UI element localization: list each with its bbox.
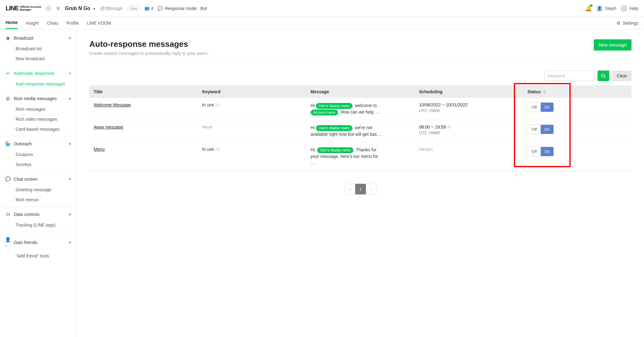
chevron-down-icon: ▼ [68,37,71,40]
nav-tab-home[interactable]: Home [6,17,18,29]
sidebar-item-surveys[interactable]: Surveys [0,159,76,169]
keyword-count: (2) [215,103,220,107]
chevron-down-icon: ▼ [68,178,71,181]
sidebar-item-rich-messages[interactable]: Rich messages [0,104,76,114]
message-title-link[interactable]: Away message [94,125,123,129]
message-preview: Hi User's display name, welcome to Accou… [311,102,382,115]
sidebar: ◉ Broadcast ▼ Broadcast list New broadca… [0,29,77,337]
repeat-icon: ⟳ [448,125,451,129]
shield-icon: ⛨ [56,6,61,11]
sidebar-group-rich-media[interactable]: ⊞ Rich media messages ▼ [0,93,76,104]
pager-prev[interactable]: ‹ [345,184,355,194]
nav-tab-profile[interactable]: Profile [66,17,79,29]
sidebar-item-rich-menus[interactable]: Rich menus [0,195,76,205]
sidebar-group-gain-friends[interactable]: 👤₊ Gain friends ▼ [0,234,76,251]
sidebar-group-broadcast[interactable]: ◉ Broadcast ▼ [0,32,76,44]
user-avatar-icon: 👤 [596,5,603,12]
main-nav: Home Insight Chats Profile LINE VOOM ⚙ S… [0,17,644,29]
sidebar-group-data-controls[interactable]: ⛁ Data controls ▼ [0,209,76,220]
sidebar-item-tracking[interactable]: Tracking (LINE tags) [0,220,76,230]
col-title[interactable]: Title [89,85,198,98]
keyword-status: In use [202,102,214,107]
friends-icon: 👥 [145,6,150,11]
chat-icon: 💬 [158,6,163,11]
search-button[interactable] [597,71,609,81]
sidebar-item-card-based-messages[interactable]: Card-based messages [0,124,76,134]
notifications-icon[interactable]: 🔔 [585,5,592,12]
col-scheduling[interactable]: Scheduling [415,85,523,98]
message-title-link[interactable]: Welcome Message [94,102,131,107]
status-toggle[interactable]: Off On [528,102,554,112]
sidebar-item-auto-response-messages[interactable]: Auto-response messages [0,79,76,89]
data-controls-icon: ⛁ [5,212,11,217]
nav-tab-insight[interactable]: Insight [26,17,39,29]
account-name-chip: Account name [311,110,338,115]
page-subtitle: Create custom messages to automatically … [89,51,209,56]
account-switcher[interactable]: Grub N Go ▼ [65,6,96,11]
sidebar-item-coupons[interactable]: Coupons [0,149,76,159]
svg-line-1 [604,77,605,78]
response-mode[interactable]: 💬 Response mode : Bot [158,6,207,11]
sidebar-group-outreach[interactable]: 🏪 Outreach ▼ [0,138,76,149]
divider [89,171,632,171]
sidebar-group-chat-screen[interactable]: 💬 Chat screen ▼ [0,173,76,185]
sidebar-group-automatic-responses[interactable]: ↩ Automatic responses ▼ [0,68,76,79]
status-toggle[interactable]: Off On [528,125,554,134]
pager-page-1[interactable]: 1 [355,184,366,194]
gain-friends-icon: 👤₊ [5,237,11,248]
account-name: Grub N Go [65,6,90,11]
col-keyword[interactable]: Keyword [198,85,306,98]
user-name-chip: User's display name [316,125,352,131]
table-row: Welcome Message In use(2) Hi User's disp… [89,98,632,120]
friends-count: 👥 4 [145,6,153,11]
nav-tab-line-voom[interactable]: LINE VOOM [87,17,111,29]
message-preview: Hi User's display name, we're not availa… [311,125,382,138]
clear-button[interactable]: Clear [612,71,632,81]
chevron-down-icon: ▼ [68,213,71,216]
status-toggle[interactable]: Off On [528,147,554,156]
user-name-chip: User's display name [317,147,354,153]
keyword-input[interactable] [544,71,594,81]
plan-badge: Free [127,6,140,11]
sidebar-item-broadcast-list[interactable]: Broadcast list [0,44,76,54]
new-message-button[interactable]: New message [594,39,632,51]
chevron-down-icon: ▼ [68,72,71,75]
top-bar: LINE Official AccountManager ⛨ Grub N Go… [0,0,644,17]
nav-tab-chats[interactable]: Chats [47,17,58,29]
chevron-down-icon: ▼ [93,7,96,11]
settings-link[interactable]: ⚙ Settings [617,21,638,26]
svg-point-0 [602,74,604,77]
current-user[interactable]: 👤 Steph [596,5,617,12]
keyword-status: In use [202,147,214,152]
sort-icon: ⇅ [543,90,546,94]
sidebar-item-add-friend-tools[interactable]: "Add friend" tools [0,251,76,261]
account-handle: @265rssgn [100,6,123,11]
page-title: Auto-response messages [89,39,209,49]
help-icon: ? [621,5,627,12]
keyword-status: None [202,125,212,129]
col-message[interactable]: Message [306,85,415,98]
pager-next[interactable]: › [366,184,376,194]
rich-media-icon: ⊞ [5,96,11,101]
chevron-down-icon: ▼ [68,241,71,244]
logo-subtitle: Official AccountManager [20,6,42,11]
search-icon [601,73,606,78]
gear-icon: ⚙ [617,21,621,26]
col-status[interactable]: Status ⇅ [523,85,632,98]
scheduling-cell: 10/06/2022 ~ 10/31/2022 UTC +0800 [415,98,523,120]
message-preview: Hi, User's display name. Thanks for your… [311,147,382,166]
divider [89,61,632,62]
outreach-icon: 🏪 [5,141,11,147]
chat-screen-icon: 💬 [5,176,11,182]
broadcast-icon: ◉ [5,35,11,41]
user-name-chip: User's display name [316,103,352,109]
messages-table: Title Keyword Message Scheduling Status … [89,85,632,171]
sidebar-item-rich-video-messages[interactable]: Rich video messages [0,114,76,124]
sidebar-item-new-broadcast[interactable]: New broadcast [0,54,76,64]
chevron-down-icon: ▼ [68,142,71,146]
scheduling-cell: 08:00 ~ 19:59⟳ UTC +0800 [415,120,523,142]
help-link[interactable]: ? Help [621,5,638,12]
sidebar-item-greeting-message[interactable]: Greeting message [0,185,76,195]
chevron-down-icon: ▼ [68,97,71,100]
message-title-link[interactable]: Menu [94,147,105,152]
